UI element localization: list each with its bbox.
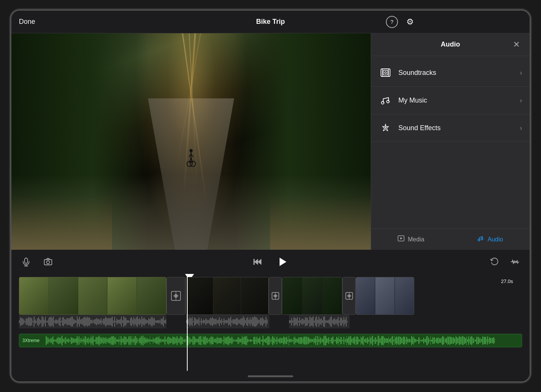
waveform-bar xyxy=(35,319,36,324)
audio-wave-bar xyxy=(119,336,120,344)
waveform-bar xyxy=(31,318,32,325)
audio-wave-bar xyxy=(407,339,408,342)
play-button[interactable] xyxy=(274,254,291,270)
waveform-bar xyxy=(255,317,256,327)
waveform-bar xyxy=(47,320,48,323)
audio-wave-bar xyxy=(208,339,209,342)
waveform-bar xyxy=(102,320,103,323)
audio-wave-bar xyxy=(159,336,159,345)
waveform-bar xyxy=(113,320,114,323)
audio-wave-bar xyxy=(68,338,68,342)
svg-point-24 xyxy=(47,261,50,264)
done-button[interactable]: Done xyxy=(19,18,35,26)
audio-wave-bar xyxy=(477,337,478,344)
audio-wave-bar xyxy=(154,339,154,342)
waveform-bar xyxy=(312,317,312,326)
audio-menu-item-soundtracks[interactable]: Soundtracks › xyxy=(371,59,530,87)
help-button[interactable]: ? xyxy=(386,16,398,28)
audio-wave-bar xyxy=(76,338,76,343)
audio-wave-bar xyxy=(456,337,457,344)
audio-wave-bar xyxy=(118,339,118,342)
video-clip-2[interactable] xyxy=(185,277,269,315)
waveform-bar xyxy=(63,317,64,326)
audio-wave-bar xyxy=(210,338,210,344)
audio-wave-bar xyxy=(423,338,424,344)
audio-wave-bar xyxy=(162,339,162,342)
panel-tab-audio[interactable]: Audio xyxy=(451,229,530,250)
audio-wave-bar xyxy=(219,338,219,343)
audio-wave-bar xyxy=(236,339,237,341)
waveform-bar xyxy=(126,318,126,325)
waveform-bar xyxy=(151,317,151,326)
waveform-bar xyxy=(96,318,97,326)
audio-wave-bar xyxy=(272,336,273,345)
waveform-bar xyxy=(38,317,39,326)
panel-tab-media[interactable]: Media xyxy=(371,229,451,250)
transition-2[interactable] xyxy=(269,277,282,315)
audio-wave-bar xyxy=(350,336,350,344)
audio-track[interactable]: 3Xtreme xyxy=(19,334,522,347)
video-clip-4[interactable] xyxy=(356,277,414,315)
audio-wave-bar xyxy=(466,336,467,345)
audio-wave-bar xyxy=(406,337,407,344)
undo-button[interactable] xyxy=(487,255,502,269)
audio-menu-item-sound-effects[interactable]: Sound Effects › xyxy=(371,114,530,142)
audio-wave-bar xyxy=(435,339,436,342)
audio-wave-bar xyxy=(442,337,442,344)
audio-wave-bar xyxy=(297,339,298,343)
video-clip-1[interactable] xyxy=(19,277,166,315)
waveform-bar xyxy=(127,320,127,323)
audio-wave-bar xyxy=(80,340,81,341)
waveform-bar xyxy=(53,316,54,327)
waveform-bar xyxy=(101,318,101,325)
audio-wave-bar xyxy=(257,337,257,345)
waveform-segment-3 xyxy=(289,315,350,328)
video-clip-3[interactable] xyxy=(282,277,342,315)
clip-frame xyxy=(356,277,375,314)
audio-wave-bar xyxy=(58,337,59,344)
audio-wave-bar xyxy=(314,338,315,343)
audio-wave-bar xyxy=(284,338,285,344)
audio-wave-bar xyxy=(406,339,406,342)
audio-menu-item-my-music[interactable]: My Music › xyxy=(371,87,530,114)
audio-wave-bar xyxy=(244,337,244,344)
audio-wave-bar xyxy=(464,337,465,344)
settings-button[interactable]: ⚙ xyxy=(404,16,416,28)
audio-wave-bar xyxy=(252,340,252,341)
audio-wave-bar xyxy=(253,340,253,341)
mic-button[interactable] xyxy=(19,255,33,269)
waveform-bar xyxy=(303,319,303,325)
waveform-bar xyxy=(296,319,297,325)
audio-wave-bar xyxy=(258,338,258,342)
transition-3[interactable] xyxy=(342,277,356,315)
svg-marker-28 xyxy=(280,258,286,266)
waveform-bar xyxy=(211,318,212,325)
timeline-container[interactable]: 3Xtreme 27.0s xyxy=(11,274,530,371)
waveform-bar xyxy=(207,319,207,324)
camera-snapshot-button[interactable] xyxy=(41,255,55,269)
audio-wave-bar xyxy=(100,338,101,343)
waveform-bar xyxy=(54,320,55,323)
audio-wave-bar xyxy=(465,338,466,344)
waveform-bar xyxy=(147,320,148,323)
audio-wave-bar xyxy=(384,338,385,343)
skip-back-button[interactable] xyxy=(250,255,265,269)
audio-panel-close-button[interactable]: ✕ xyxy=(511,39,522,50)
audio-wave-bar xyxy=(147,338,148,344)
svg-marker-25 xyxy=(254,259,258,265)
audio-wave-bar xyxy=(493,337,494,344)
transition-1[interactable] xyxy=(166,277,185,315)
audio-wave-bar xyxy=(462,336,463,345)
audio-wave-bar xyxy=(381,336,382,345)
waveform-bar xyxy=(95,319,96,324)
audio-wave-bar xyxy=(362,336,363,345)
waveform-bar xyxy=(37,318,38,325)
waveform-button[interactable] xyxy=(508,255,522,269)
audio-wave-bar xyxy=(71,337,72,344)
audio-wave-bar xyxy=(236,339,236,342)
audio-wave-bar xyxy=(123,339,123,342)
audio-wave-bar xyxy=(387,338,388,343)
audio-wave-bar xyxy=(403,338,403,344)
audio-panel-header: Audio ✕ xyxy=(371,33,530,56)
audio-wave-bar xyxy=(94,339,95,342)
